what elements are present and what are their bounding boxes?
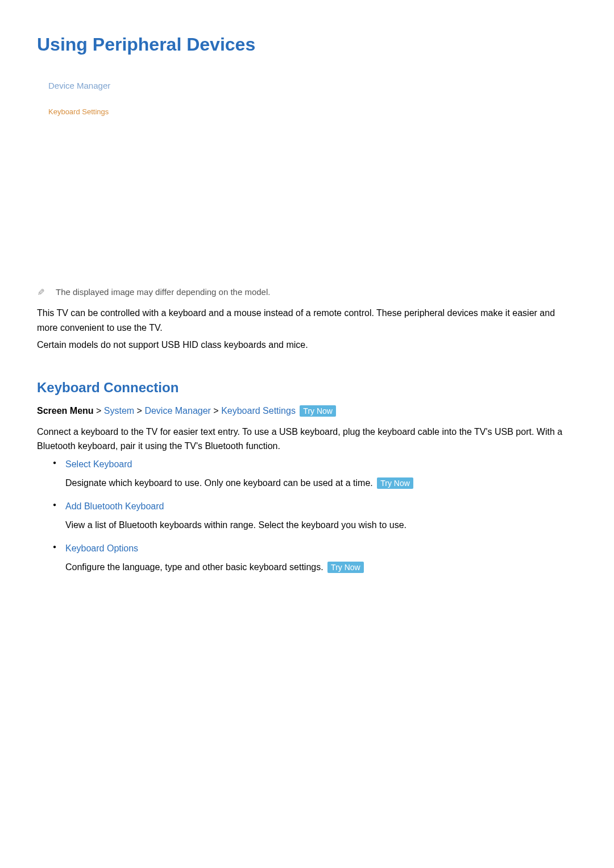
keyboard-settings-label: Keyboard Settings <box>48 107 577 116</box>
breadcrumb-sep-0: > <box>94 406 104 416</box>
device-manager-box: Device Manager Keyboard Settings <box>48 81 577 116</box>
section-intro: Connect a keyboard to the TV for easier … <box>37 425 577 454</box>
breadcrumb-prefix: Screen Menu <box>37 406 94 416</box>
intro-paragraph-1: This TV can be controlled with a keyboar… <box>37 306 577 335</box>
option-desc-keyboard-options: Configure the language, type and other b… <box>65 560 577 574</box>
page-title: Using Peripheral Devices <box>37 34 577 55</box>
option-desc-text-2: Configure the language, type and other b… <box>65 562 323 572</box>
try-now-button-select[interactable]: Try Now <box>377 477 413 489</box>
option-keyboard-options: Keyboard Options Configure the language,… <box>37 543 577 574</box>
option-desc-select-keyboard: Designate which keyboard to use. Only on… <box>65 476 577 490</box>
option-title-add-bluetooth: Add Bluetooth Keyboard <box>65 501 577 512</box>
option-desc-text-0: Designate which keyboard to use. Only on… <box>65 478 373 488</box>
breadcrumb-sep-1: > <box>134 406 144 416</box>
try-now-button[interactable]: Try Now <box>300 405 336 417</box>
image-note-text: The displayed image may differ depending… <box>56 287 270 297</box>
option-select-keyboard: Select Keyboard Designate which keyboard… <box>37 459 577 490</box>
try-now-button-options[interactable]: Try Now <box>327 562 364 573</box>
section-title: Keyboard Connection <box>37 380 577 396</box>
pencil-icon: ✎ <box>35 288 46 296</box>
breadcrumb-system[interactable]: System <box>104 406 134 416</box>
option-title-keyboard-options: Keyboard Options <box>65 543 577 554</box>
image-note-row: ✎ The displayed image may differ dependi… <box>37 286 577 297</box>
breadcrumb-sep-2: > <box>211 406 221 416</box>
option-add-bluetooth-keyboard: Add Bluetooth Keyboard View a list of Bl… <box>37 501 577 532</box>
option-desc-text-1: View a list of Bluetooth keyboards withi… <box>65 520 406 530</box>
option-list: Select Keyboard Designate which keyboard… <box>37 459 577 574</box>
breadcrumb: Screen Menu > System > Device Manager > … <box>37 406 577 416</box>
intro-paragraph-2: Certain models do not support USB HID cl… <box>37 338 577 352</box>
option-desc-add-bluetooth: View a list of Bluetooth keyboards withi… <box>65 518 577 532</box>
device-manager-label: Device Manager <box>48 81 577 90</box>
breadcrumb-device-manager[interactable]: Device Manager <box>144 406 211 416</box>
option-title-select-keyboard: Select Keyboard <box>65 459 577 470</box>
breadcrumb-keyboard-settings[interactable]: Keyboard Settings <box>221 406 296 416</box>
